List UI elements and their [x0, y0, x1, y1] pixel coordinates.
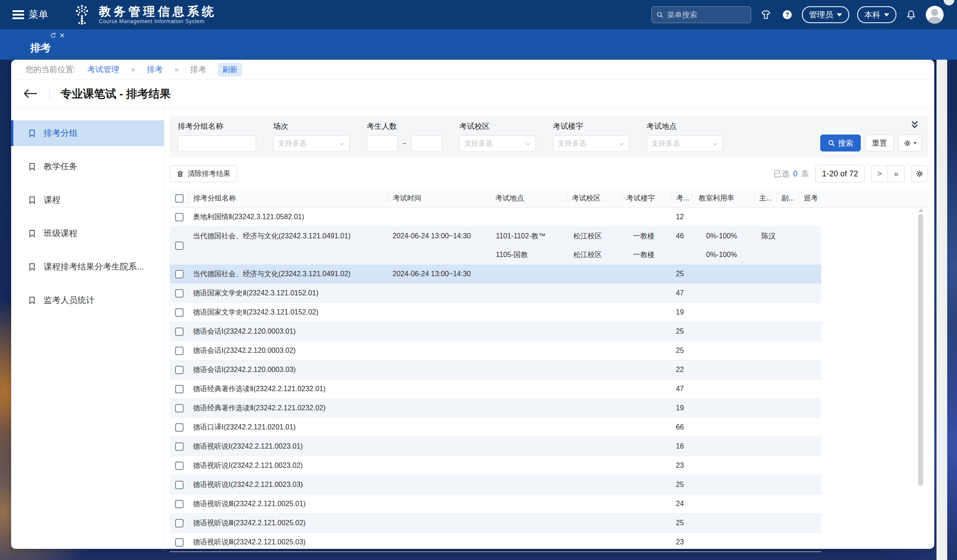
row-checkbox[interactable] [175, 289, 184, 298]
sidebar-item[interactable]: 教学任务 [11, 154, 164, 180]
table-row[interactable]: 德语视听说Ⅰ(23242.2.121.0023.01)16 [170, 437, 821, 456]
collapse-filters-icon[interactable] [909, 119, 920, 130]
breadcrumb-prefix: 您的当前位置: [25, 64, 76, 75]
table-cell [754, 341, 777, 360]
table-cell [567, 341, 622, 360]
table-cell [692, 533, 754, 552]
select-all-checkbox[interactable] [175, 194, 184, 203]
table-cell [799, 208, 821, 226]
sidebar-item[interactable]: 课程排考结果分考生院系... [11, 254, 164, 280]
role-dropdown[interactable]: 管理员 [802, 6, 849, 23]
tab-exam-scheduling[interactable]: 排考 [30, 41, 51, 55]
hamburger-menu-icon[interactable] [12, 10, 24, 19]
table-row[interactable]: 当代德国社会、经济与文化(23242.3.121.0491.01)2024-06… [170, 227, 821, 265]
sidebar-item[interactable]: 排考分组 [11, 120, 164, 146]
column-header: 巡考 [799, 193, 821, 203]
user-avatar[interactable] [926, 6, 944, 24]
sidebar-item[interactable]: 班级课程 [11, 221, 164, 246]
search-button[interactable]: 搜索 [820, 135, 861, 151]
row-checkbox[interactable] [175, 500, 184, 508]
tab-refresh-icon[interactable] [50, 32, 57, 39]
theme-shirt-icon[interactable] [759, 8, 773, 21]
refresh-button[interactable]: 刷新 [218, 63, 242, 77]
table-row[interactable]: 德语视听说Ⅲ(23242.2.121.0025.01)24 [170, 495, 821, 514]
table-cell: 德语视听说Ⅲ(23242.2.121.0025.02) [188, 514, 388, 532]
filter-multiselect[interactable]: 支持多选 [273, 135, 350, 152]
table-cell [622, 265, 671, 283]
row-checkbox[interactable] [175, 347, 184, 355]
table-row[interactable]: 德语国家文学史Ⅱ(23242.3.121.0152.01)47 [170, 284, 821, 303]
level-dropdown[interactable]: 本科 [857, 6, 896, 23]
row-checkbox[interactable] [175, 366, 184, 374]
notification-bell-icon[interactable] [904, 8, 918, 21]
sidebar-item-label: 排考分组 [44, 127, 78, 139]
table-scrollbar[interactable] [918, 208, 924, 542]
scrollbar-thumb[interactable] [918, 214, 923, 486]
breadcrumb-item[interactable]: 考试管理 [87, 64, 119, 75]
scroll-up-arrow-icon[interactable] [918, 208, 924, 212]
breadcrumb-item[interactable]: 排考 [147, 64, 163, 75]
row-checkbox[interactable] [175, 481, 184, 489]
table-row[interactable]: 德语视听说Ⅰ(23242.2.121.0023.02)23 [170, 456, 821, 475]
table-cell [777, 341, 799, 360]
table-cell [388, 284, 491, 302]
row-checkbox[interactable] [175, 423, 184, 432]
table-row[interactable]: 奥地利国情Ⅱ(23242.3.121.0582.01)12 [170, 208, 821, 227]
table-cell [777, 418, 799, 437]
clear-results-button[interactable]: 清除排考结果 [170, 165, 237, 182]
table-cell: 24 [671, 495, 692, 513]
table-row[interactable]: 德语视听说Ⅲ(23242.2.121.0025.03)23 [170, 533, 821, 552]
row-checkbox[interactable] [175, 270, 184, 278]
row-checkbox[interactable] [175, 442, 184, 451]
table-cell [754, 456, 777, 475]
last-page-button[interactable]: » [888, 165, 905, 182]
corner-float-button[interactable] [944, 0, 954, 5]
help-icon[interactable]: ? [781, 8, 794, 21]
row-checkbox[interactable] [175, 241, 184, 250]
filter-text-input[interactable] [178, 135, 256, 152]
table-row[interactable]: 德语国家文学史Ⅱ(23242.3.121.0152.02)19 [170, 303, 821, 322]
filter-multiselect[interactable]: 支持多选 [459, 135, 536, 152]
sidebar-item[interactable]: 课程 [11, 187, 164, 213]
filter-multiselect[interactable]: 支持多选 [646, 135, 723, 152]
back-button[interactable] [22, 88, 39, 99]
table-settings-button[interactable] [911, 165, 928, 182]
max-count-input[interactable] [411, 135, 442, 152]
filter-settings-button[interactable] [898, 135, 922, 151]
app-subtitle: Course Management Information System [99, 18, 217, 25]
table-row[interactable]: 德语会话Ⅰ(23242.2.120.0003.02)25 [170, 341, 821, 360]
sidebar-item[interactable]: 监考人员统计 [11, 287, 164, 313]
reset-button[interactable]: 重置 [865, 135, 894, 151]
menu-search-input[interactable]: 菜单搜索 [651, 6, 751, 23]
table-row[interactable]: 德语会话Ⅰ(23242.2.120.0003.01)25 [170, 322, 821, 341]
table-row[interactable]: 德语视听说Ⅲ(23242.2.121.0025.02)25 [170, 514, 821, 533]
table-row[interactable]: 德语经典著作选读Ⅱ(23242.2.121.0232.01)47 [170, 380, 821, 399]
gear-icon [903, 139, 912, 147]
row-checkbox[interactable] [175, 213, 184, 221]
table-cell [799, 303, 821, 322]
row-checkbox[interactable] [175, 462, 184, 470]
next-page-button[interactable]: > [871, 165, 888, 182]
table-row[interactable]: 德语会话Ⅰ(23242.2.120.0003.03)22 [170, 360, 821, 380]
table-row[interactable]: 德语视听说Ⅰ(23242.2.121.0023.03)25 [170, 475, 821, 495]
table-cell [799, 322, 821, 341]
row-checkbox[interactable] [175, 385, 184, 393]
table-row[interactable]: 德语经典著作选读Ⅱ(23242.2.121.0232.02)19 [170, 399, 821, 418]
row-checkbox[interactable] [175, 327, 184, 336]
top-header-bar: 菜单 教务管理信息系统 Course Management Informatio… [0, 0, 957, 29]
row-checkbox[interactable] [175, 538, 184, 547]
table-row[interactable]: 当代德国社会、经济与文化(23242.3.121.0491.02)2024-06… [170, 265, 821, 284]
tab-close-icon[interactable] [59, 33, 65, 38]
min-count-input[interactable] [367, 135, 398, 152]
filter-multiselect[interactable]: 支持多选 [553, 135, 630, 152]
row-checkbox[interactable] [175, 404, 184, 413]
row-checkbox[interactable] [175, 308, 184, 317]
menu-label[interactable]: 菜单 [29, 8, 48, 21]
table-cell: 德语会话Ⅰ(23242.2.120.0003.01) [188, 322, 388, 341]
breadcrumb-separator: » [174, 65, 178, 74]
row-checkbox[interactable] [175, 519, 184, 527]
table-row[interactable]: 德语口译Ⅰ(23242.2.121.0201.01)66 [170, 418, 821, 437]
table-cell [388, 533, 491, 552]
table-cell [777, 303, 799, 322]
table-cell [388, 514, 491, 532]
